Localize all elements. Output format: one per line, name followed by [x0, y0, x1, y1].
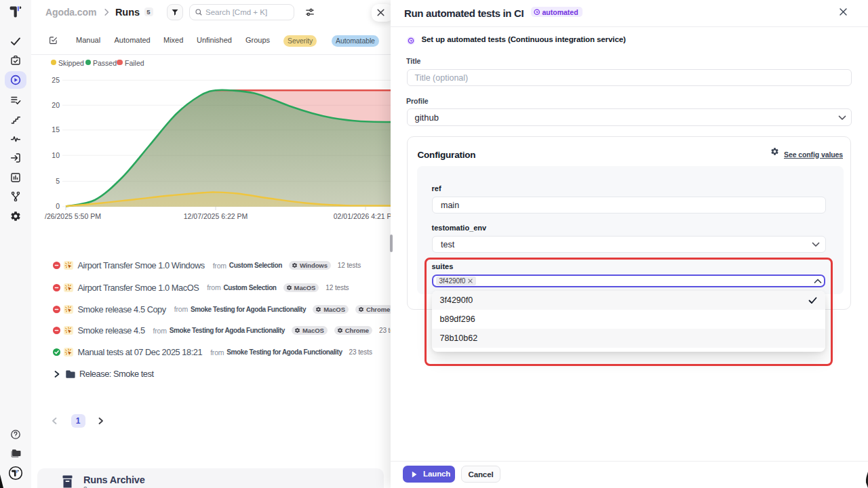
svg-text:10: 10: [52, 151, 60, 159]
svg-text:12/07/2025 6:22 PM: 12/07/2025 6:22 PM: [184, 212, 248, 220]
svg-text:15: 15: [52, 125, 60, 134]
svg-text:20: 20: [52, 101, 60, 109]
svg-text:02/01/2026 4:21 PM: 02/01/2026 4:21 PM: [334, 212, 398, 220]
svg-text:25: 25: [52, 76, 60, 84]
svg-text:/26/2025 5:50 PM: /26/2025 5:50 PM: [45, 212, 101, 220]
svg-text:0: 0: [56, 202, 60, 210]
svg-text:5: 5: [56, 177, 60, 185]
